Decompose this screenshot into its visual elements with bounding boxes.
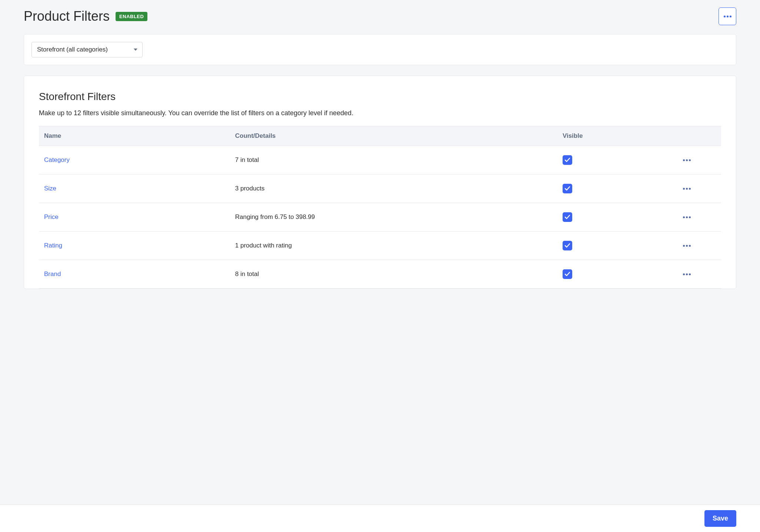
visible-checkbox[interactable] — [563, 241, 572, 250]
row-more-button[interactable] — [681, 268, 693, 280]
filters-card: Storefront Filters Make up to 12 filters… — [24, 76, 736, 289]
check-icon — [564, 157, 570, 163]
page-title: Product Filters — [24, 9, 110, 24]
ellipsis-icon — [683, 245, 691, 247]
visible-checkbox[interactable] — [563, 155, 572, 165]
filter-name-link[interactable]: Rating — [44, 242, 62, 249]
row-more-button[interactable] — [681, 240, 693, 252]
check-icon — [564, 271, 570, 277]
visible-checkbox[interactable] — [563, 212, 572, 222]
filter-details: 8 in total — [230, 260, 557, 289]
check-icon — [564, 214, 570, 220]
scope-select[interactable]: Storefront (all categories) — [31, 42, 143, 57]
page-more-button[interactable] — [719, 7, 736, 25]
col-header-actions — [653, 126, 721, 146]
filter-name-link[interactable]: Category — [44, 156, 70, 163]
panel-title: Storefront Filters — [39, 91, 721, 103]
visible-checkbox[interactable] — [563, 184, 572, 193]
col-header-visible: Visible — [557, 126, 653, 146]
ellipsis-icon — [683, 188, 691, 190]
filter-details: Ranging from 6.75 to 398.99 — [230, 203, 557, 232]
row-more-button[interactable] — [681, 183, 693, 194]
col-header-name: Name — [39, 126, 230, 146]
table-row: Size3 products — [39, 174, 721, 203]
ellipsis-icon — [683, 216, 691, 218]
ellipsis-icon — [683, 273, 691, 275]
table-row: PriceRanging from 6.75 to 398.99 — [39, 203, 721, 232]
scope-select-value: Storefront (all categories) — [37, 46, 108, 53]
check-icon — [564, 186, 570, 192]
filter-name-link[interactable]: Brand — [44, 270, 61, 277]
row-more-button[interactable] — [681, 154, 693, 166]
filter-details: 7 in total — [230, 146, 557, 174]
page-header: Product Filters ENABLED — [24, 7, 736, 25]
scope-card: Storefront (all categories) — [24, 34, 736, 65]
check-icon — [564, 243, 570, 249]
filter-name-link[interactable]: Size — [44, 185, 56, 192]
visible-checkbox[interactable] — [563, 269, 572, 279]
status-badge: ENABLED — [116, 12, 147, 21]
filters-table: Name Count/Details Visible Category7 in … — [39, 126, 721, 289]
filter-name-link[interactable]: Price — [44, 213, 59, 220]
col-header-details: Count/Details — [230, 126, 557, 146]
ellipsis-icon — [724, 16, 731, 17]
panel-description: Make up to 12 filters visible simultaneo… — [39, 109, 721, 117]
filter-details: 3 products — [230, 174, 557, 203]
ellipsis-icon — [683, 159, 691, 161]
table-row: Brand8 in total — [39, 260, 721, 289]
filter-details: 1 product with rating — [230, 232, 557, 260]
table-row: Rating1 product with rating — [39, 232, 721, 260]
row-more-button[interactable] — [681, 211, 693, 223]
table-row: Category7 in total — [39, 146, 721, 174]
